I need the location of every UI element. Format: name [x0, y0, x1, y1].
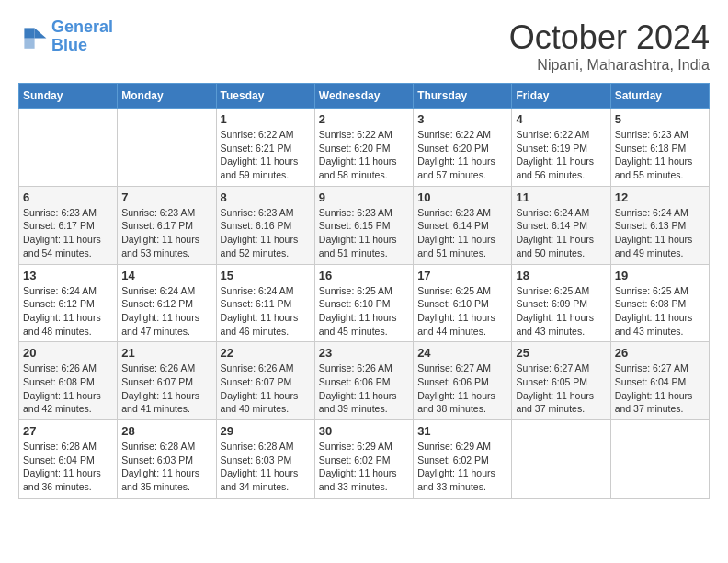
day-number: 26	[615, 346, 705, 360]
day-number: 6	[23, 190, 113, 204]
day-number: 12	[615, 190, 705, 204]
calendar-cell	[118, 109, 216, 187]
day-info: Sunrise: 6:23 AMSunset: 6:17 PMDaylight:…	[23, 206, 113, 260]
calendar-cell: 1 Sunrise: 6:22 AMSunset: 6:21 PMDayligh…	[216, 109, 314, 187]
day-info: Sunrise: 6:22 AMSunset: 6:20 PMDaylight:…	[417, 128, 507, 182]
day-number: 23	[319, 346, 409, 360]
calendar-cell: 3 Sunrise: 6:22 AMSunset: 6:20 PMDayligh…	[414, 109, 512, 187]
day-number: 14	[121, 269, 211, 282]
calendar-cell: 17 Sunrise: 6:25 AMSunset: 6:10 PMDaylig…	[414, 264, 512, 342]
calendar-cell: 7 Sunrise: 6:23 AMSunset: 6:17 PMDayligh…	[118, 186, 216, 264]
day-info: Sunrise: 6:28 AMSunset: 6:03 PMDaylight:…	[221, 440, 311, 494]
calendar-cell: 5 Sunrise: 6:23 AMSunset: 6:18 PMDayligh…	[610, 109, 709, 187]
day-number: 28	[121, 424, 211, 438]
day-info: Sunrise: 6:22 AMSunset: 6:21 PMDaylight:…	[221, 128, 311, 182]
calendar-cell: 18 Sunrise: 6:25 AMSunset: 6:09 PMDaylig…	[512, 264, 610, 342]
weekday-header: Wednesday	[314, 84, 413, 109]
day-info: Sunrise: 6:24 AMSunset: 6:11 PMDaylight:…	[221, 284, 311, 339]
calendar-cell: 31 Sunrise: 6:29 AMSunset: 6:02 PMDaylig…	[414, 420, 512, 499]
calendar-cell: 2 Sunrise: 6:22 AMSunset: 6:20 PMDayligh…	[314, 109, 413, 187]
day-number: 29	[221, 424, 311, 438]
day-info: Sunrise: 6:24 AMSunset: 6:13 PMDaylight:…	[615, 206, 705, 260]
calendar-cell: 9 Sunrise: 6:23 AMSunset: 6:15 PMDayligh…	[314, 186, 413, 264]
calendar-cell: 8 Sunrise: 6:23 AMSunset: 6:16 PMDayligh…	[216, 186, 314, 264]
day-number: 30	[319, 424, 409, 438]
calendar-cell	[512, 420, 610, 499]
day-info: Sunrise: 6:25 AMSunset: 6:09 PMDaylight:…	[516, 284, 606, 339]
calendar-cell: 24 Sunrise: 6:27 AMSunset: 6:06 PMDaylig…	[414, 342, 512, 420]
day-info: Sunrise: 6:25 AMSunset: 6:10 PMDaylight:…	[319, 284, 409, 339]
calendar-cell: 11 Sunrise: 6:24 AMSunset: 6:14 PMDaylig…	[512, 186, 610, 264]
calendar-table: SundayMondayTuesdayWednesdayThursdayFrid…	[18, 83, 710, 499]
day-info: Sunrise: 6:22 AMSunset: 6:19 PMDaylight:…	[516, 128, 606, 182]
svg-marker-0	[35, 28, 47, 38]
svg-rect-1	[24, 28, 34, 38]
day-number: 15	[221, 269, 311, 282]
calendar-cell: 19 Sunrise: 6:25 AMSunset: 6:08 PMDaylig…	[610, 264, 709, 342]
page-header: General Blue October 2024 Nipani, Mahara…	[18, 18, 710, 74]
day-number: 22	[221, 346, 311, 360]
calendar-cell: 28 Sunrise: 6:28 AMSunset: 6:03 PMDaylig…	[118, 420, 216, 499]
calendar-cell: 30 Sunrise: 6:29 AMSunset: 6:02 PMDaylig…	[314, 420, 413, 499]
calendar-cell: 6 Sunrise: 6:23 AMSunset: 6:17 PMDayligh…	[19, 186, 118, 264]
title-block: October 2024 Nipani, Maharashtra, India	[509, 18, 710, 74]
weekday-header: Tuesday	[216, 84, 314, 109]
day-info: Sunrise: 6:28 AMSunset: 6:04 PMDaylight:…	[23, 440, 113, 494]
weekday-header: Sunday	[19, 84, 118, 109]
calendar-cell: 15 Sunrise: 6:24 AMSunset: 6:11 PMDaylig…	[216, 264, 314, 342]
calendar-cell: 10 Sunrise: 6:23 AMSunset: 6:14 PMDaylig…	[414, 186, 512, 264]
day-number: 10	[417, 190, 507, 204]
day-number: 18	[516, 269, 606, 282]
day-number: 2	[319, 112, 409, 126]
day-info: Sunrise: 6:23 AMSunset: 6:14 PMDaylight:…	[417, 206, 507, 260]
logo-icon	[18, 22, 48, 52]
day-info: Sunrise: 6:28 AMSunset: 6:03 PMDaylight:…	[121, 440, 211, 494]
day-number: 19	[615, 269, 705, 282]
day-number: 7	[121, 190, 211, 204]
day-info: Sunrise: 6:29 AMSunset: 6:02 PMDaylight:…	[319, 440, 409, 494]
weekday-header: Friday	[512, 84, 610, 109]
day-info: Sunrise: 6:29 AMSunset: 6:02 PMDaylight:…	[417, 440, 507, 494]
weekday-header: Monday	[118, 84, 216, 109]
day-info: Sunrise: 6:23 AMSunset: 6:18 PMDaylight:…	[615, 128, 705, 182]
calendar-cell: 16 Sunrise: 6:25 AMSunset: 6:10 PMDaylig…	[314, 264, 413, 342]
logo-text: General Blue	[51, 18, 113, 55]
logo-line1: General	[51, 17, 113, 36]
calendar-cell: 26 Sunrise: 6:27 AMSunset: 6:04 PMDaylig…	[610, 342, 709, 420]
day-number: 27	[23, 424, 113, 438]
logo: General Blue	[18, 18, 113, 55]
day-number: 8	[221, 190, 311, 204]
day-info: Sunrise: 6:22 AMSunset: 6:20 PMDaylight:…	[319, 128, 409, 182]
day-info: Sunrise: 6:23 AMSunset: 6:15 PMDaylight:…	[319, 206, 409, 260]
calendar-cell: 4 Sunrise: 6:22 AMSunset: 6:19 PMDayligh…	[512, 109, 610, 187]
day-info: Sunrise: 6:26 AMSunset: 6:06 PMDaylight:…	[319, 362, 409, 416]
day-info: Sunrise: 6:26 AMSunset: 6:07 PMDaylight:…	[221, 362, 311, 416]
day-info: Sunrise: 6:23 AMSunset: 6:16 PMDaylight:…	[221, 206, 311, 260]
day-number: 31	[417, 424, 507, 438]
day-info: Sunrise: 6:24 AMSunset: 6:12 PMDaylight:…	[23, 284, 113, 339]
month-title: October 2024	[509, 18, 710, 57]
calendar-cell: 21 Sunrise: 6:26 AMSunset: 6:07 PMDaylig…	[118, 342, 216, 420]
day-info: Sunrise: 6:24 AMSunset: 6:14 PMDaylight:…	[516, 206, 606, 260]
day-number: 11	[516, 190, 606, 204]
calendar-cell: 14 Sunrise: 6:24 AMSunset: 6:12 PMDaylig…	[118, 264, 216, 342]
day-info: Sunrise: 6:27 AMSunset: 6:05 PMDaylight:…	[516, 362, 606, 416]
day-info: Sunrise: 6:26 AMSunset: 6:07 PMDaylight:…	[121, 362, 211, 416]
day-info: Sunrise: 6:25 AMSunset: 6:10 PMDaylight:…	[417, 284, 507, 339]
day-info: Sunrise: 6:27 AMSunset: 6:06 PMDaylight:…	[417, 362, 507, 416]
calendar-cell: 13 Sunrise: 6:24 AMSunset: 6:12 PMDaylig…	[19, 264, 118, 342]
day-number: 5	[615, 112, 705, 126]
day-number: 13	[23, 269, 113, 282]
calendar-cell: 20 Sunrise: 6:26 AMSunset: 6:08 PMDaylig…	[19, 342, 118, 420]
weekday-header: Thursday	[414, 84, 512, 109]
calendar-cell: 22 Sunrise: 6:26 AMSunset: 6:07 PMDaylig…	[216, 342, 314, 420]
day-number: 4	[516, 112, 606, 126]
weekday-header: Saturday	[610, 84, 709, 109]
day-info: Sunrise: 6:26 AMSunset: 6:08 PMDaylight:…	[23, 362, 113, 416]
calendar-cell: 23 Sunrise: 6:26 AMSunset: 6:06 PMDaylig…	[314, 342, 413, 420]
day-info: Sunrise: 6:24 AMSunset: 6:12 PMDaylight:…	[121, 284, 211, 339]
day-number: 3	[417, 112, 507, 126]
day-number: 25	[516, 346, 606, 360]
day-number: 20	[23, 346, 113, 360]
calendar-cell: 29 Sunrise: 6:28 AMSunset: 6:03 PMDaylig…	[216, 420, 314, 499]
